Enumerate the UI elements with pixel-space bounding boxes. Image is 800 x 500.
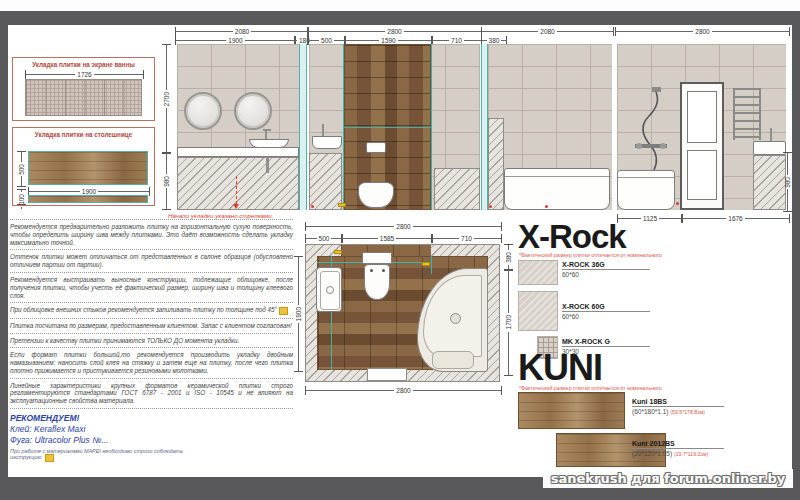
xrock-item-name: X-ROCK 36G (562, 261, 650, 270)
dim-1726: 1726 (25, 70, 144, 79)
shower-set (622, 86, 678, 174)
kuni-item-size: (20*120*1.05) (19.7*119.2см) (632, 449, 742, 457)
bathtub-end (617, 170, 675, 210)
dim-wallA-height: 2700 (162, 44, 171, 154)
plan-sink (316, 267, 342, 312)
xrock-item-size: 60*60 (562, 312, 650, 320)
note-paragraph: Рекомендуется выстраивать выносные конст… (10, 273, 293, 303)
plan-bottom-opening (367, 368, 407, 381)
dim-plan-710: 710 (431, 234, 502, 243)
teal-line (344, 127, 431, 128)
arrow-marker-icon (338, 203, 346, 207)
dim-plan-380: 380 (504, 244, 513, 271)
note-icon (279, 307, 288, 315)
dim-plan-bottom: 2800 (305, 386, 502, 395)
dim-100-edge: 100 (17, 189, 26, 205)
wallB-hatch-under-sink (309, 153, 342, 210)
mosaic-grid-preview (25, 79, 142, 116)
start-note: Начало укладки указано стрелками. (168, 212, 273, 219)
wallB-hatch-corner (434, 168, 480, 210)
note-icon (45, 454, 54, 462)
mirror-left (184, 92, 222, 130)
plan-sink-drain (326, 286, 334, 294)
dim-wallD-total: 2800 (615, 27, 790, 36)
red-marker (489, 205, 492, 208)
installation-notes: Рекомендуется предварительно разложить п… (10, 219, 293, 462)
recommend-glue: Клей: Keraflex Maxi (10, 423, 293, 434)
drain-pipe (266, 157, 269, 173)
xrock-title: X-Rock (518, 220, 626, 253)
dim-plan-500: 500 (305, 234, 343, 243)
door-panel-bottom (687, 150, 717, 200)
sink-small (312, 136, 342, 149)
kuni-item-actual: (59.5*178.8см) (670, 409, 705, 415)
kuni-note: *Фактический размер плитки отличается от… (519, 385, 662, 391)
watermark-text: sanekrush для forum.onliner.by (551, 471, 786, 486)
wallD-hatch-cabinet (753, 155, 786, 210)
wallA-bath-screen-hatch (177, 157, 299, 210)
vanity-sink (753, 141, 786, 155)
faucet-spout (263, 129, 271, 131)
wallA-teal-strip (299, 44, 307, 210)
dim-plan-1700: 1700 (504, 269, 513, 376)
dim-wallC-total: 2080 (481, 27, 614, 36)
plan-bathtub-step (432, 351, 474, 369)
dim-plan-1900: 1900 (294, 256, 303, 372)
wall-hung-toilet (358, 182, 394, 208)
note-paragraph: Рекомендуется предварительно разложить п… (10, 220, 293, 250)
bathtub-front (504, 168, 610, 210)
kuni-swatch-18bs (518, 392, 625, 429)
plan-bathtub-drain (450, 313, 461, 324)
watermark: sanekrush для forum.onliner.by (543, 469, 793, 488)
kuni-item-size: (60*180*1.1) (59.5*178.8см) (632, 407, 742, 415)
panel-bath-screen-title: Укладка плитки на экране ванны (13, 58, 154, 68)
dim-plan-1585: 1585 (341, 234, 433, 243)
recommend-title: РЕКОМЕНДУЕМ! (10, 409, 293, 423)
toilet-fixing (370, 269, 373, 272)
countertop-wood-preview (28, 151, 148, 185)
xrock-swatch-60g (518, 291, 558, 331)
window-top-strip (0, 0, 800, 11)
recommend-footnote: При работе с материалами MAPEI необходим… (10, 445, 210, 462)
tile-layout-drawing: Укладка плитки на экране ванны 1726 Укла… (0, 0, 800, 500)
panel-countertop: Укладка плитки на столешнице 500 1900 10… (12, 127, 155, 206)
teal-line (431, 44, 432, 210)
note-paragraph: Оттенок плитки может отличаться от предс… (10, 250, 293, 273)
countertop (177, 147, 299, 157)
xrock-note: *Фактический размер плитки отличается от… (519, 252, 662, 258)
xrock-item-size: 60*60 (562, 270, 650, 278)
towel-ladder (733, 88, 761, 140)
dim-wallD-980: 980 (783, 152, 792, 212)
teal-line (431, 256, 432, 274)
door-panel-top (687, 91, 717, 143)
dim-wallD-1125: 1125 (617, 214, 683, 223)
note-paragraph: При облицовке внешних стыков рекомендует… (10, 303, 293, 318)
note-paragraph: Плитка посчитана по размерам, предоставл… (10, 319, 293, 334)
recommend-grout: Фуга: Ultracolor Plus №... (10, 434, 293, 445)
plan-toilet-tank (362, 252, 392, 264)
counter-edge-strip (28, 195, 148, 203)
xrock-item-2: X-ROCK 60G 60*60 (562, 303, 650, 320)
kuni-item-name: Kuni 18BS (632, 398, 724, 407)
xrock-item-name: MK X-ROCK G (562, 338, 650, 347)
wallC-teal-strip (481, 44, 488, 210)
flush-plate (366, 142, 386, 153)
xrock-item-1: X-ROCK 36G 60*60 (562, 261, 650, 278)
panel-countertop-title: Укладка плитки на столешнице (13, 128, 154, 138)
kuni-item-2: Kuni 2012BS (20*120*1.05) (19.7*119.2см) (632, 440, 742, 457)
dim-plan-total: 2800 (305, 222, 502, 231)
toilet-fixing (382, 269, 385, 272)
faucet (322, 124, 324, 136)
faucet (770, 128, 772, 141)
note-paragraph: Претензии к качеству плитки принимаются … (10, 334, 293, 349)
red-marker (676, 202, 679, 205)
start-arrow-line (236, 176, 238, 204)
kuni-title: KUNI (518, 350, 602, 386)
dim-wallA-apron: 980 (162, 152, 171, 210)
wallC-hatch-column (488, 118, 504, 210)
red-marker (545, 205, 548, 208)
panel-bath-screen: Укладка плитки на экране ванны 1726 (12, 57, 155, 121)
xrock-item-name: X-ROCK 60G (562, 303, 650, 312)
dim-500-counter: 500 (17, 151, 26, 187)
door (680, 82, 724, 210)
